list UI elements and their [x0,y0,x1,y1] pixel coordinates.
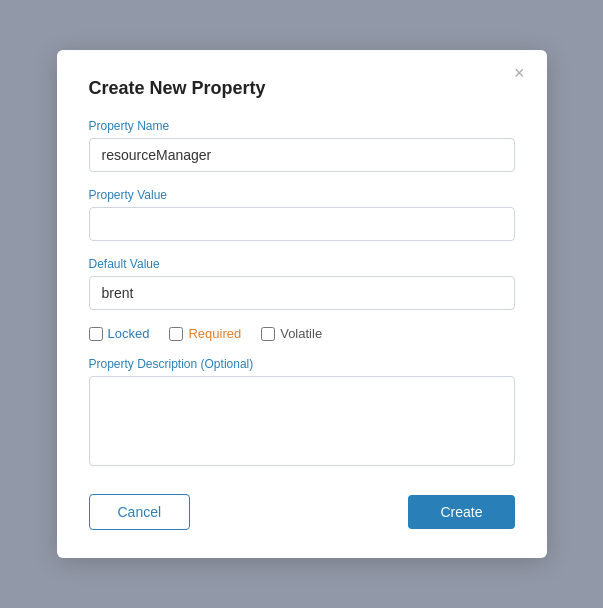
cancel-button[interactable]: Cancel [89,494,191,530]
default-value-input[interactable] [89,276,515,310]
locked-checkbox[interactable] [89,327,103,341]
property-description-input[interactable] [89,376,515,466]
property-name-input[interactable] [89,138,515,172]
close-button[interactable]: × [508,62,531,84]
volatile-label: Volatile [280,326,322,341]
required-checkbox-item: Required [169,326,241,341]
property-description-label: Property Description (Optional) [89,357,515,371]
property-description-group: Property Description (Optional) [89,357,515,470]
modal-footer: Cancel Create [89,494,515,530]
default-value-group: Default Value [89,257,515,310]
create-button[interactable]: Create [408,495,514,529]
property-value-group: Property Value [89,188,515,241]
required-checkbox[interactable] [169,327,183,341]
locked-checkbox-item: Locked [89,326,150,341]
property-value-label: Property Value [89,188,515,202]
default-value-label: Default Value [89,257,515,271]
property-name-group: Property Name [89,119,515,172]
required-label: Required [188,326,241,341]
modal-title: Create New Property [89,78,515,99]
checkboxes-row: Locked Required Volatile [89,326,515,341]
property-name-label: Property Name [89,119,515,133]
modal-backdrop: × Create New Property Property Name Prop… [0,0,603,608]
locked-label: Locked [108,326,150,341]
volatile-checkbox[interactable] [261,327,275,341]
create-property-modal: × Create New Property Property Name Prop… [57,50,547,558]
volatile-checkbox-item: Volatile [261,326,322,341]
property-value-input[interactable] [89,207,515,241]
